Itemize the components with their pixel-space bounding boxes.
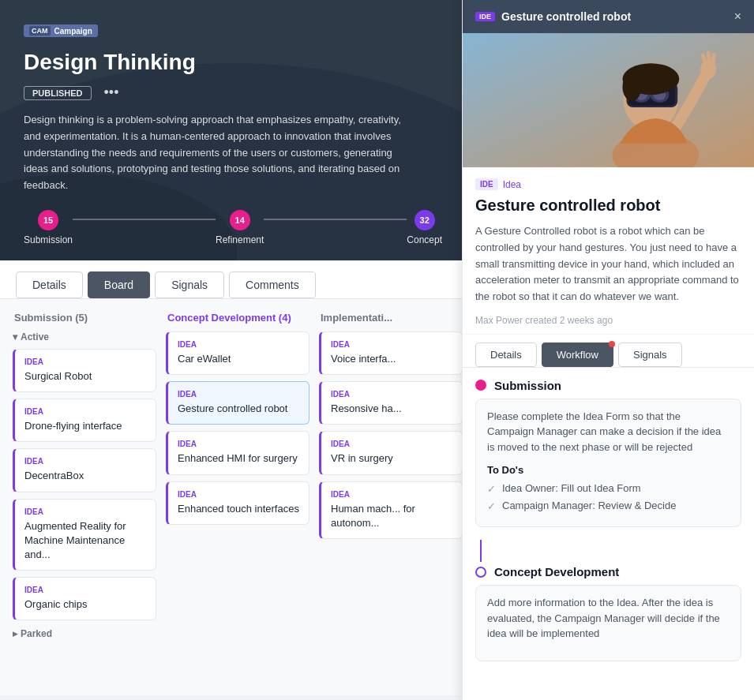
idea-card[interactable]: IDEA Drone-flying interface (13, 399, 156, 442)
campaign-badge: CAM Campaign (24, 24, 98, 37)
board-col-submission: Submission (5) ▾ Active IDEA Surgical Ro… (13, 312, 156, 639)
idea-title: Resonsive ha... (331, 402, 452, 416)
campaign-label: Campaign (54, 27, 92, 36)
left-panel: CAM Campaign Design Thinking PUBLISHED •… (0, 0, 466, 700)
idea-title: Gesture controlled robot (178, 402, 299, 416)
board-area: Submission (5) ▾ Active IDEA Surgical Ro… (0, 299, 466, 695)
todo-item-1: ✓ Idea Owner: Fill out Idea Form (487, 482, 730, 495)
idea-card[interactable]: IDEA Human mach... for autonom... (319, 481, 463, 539)
idea-info-section: IDE Idea Gesture controlled robot A Gest… (463, 167, 754, 335)
concept-stage-name: Concept Development (494, 565, 619, 578)
concept-dot (475, 567, 486, 578)
svg-line-11 (703, 55, 705, 63)
tab-board[interactable]: Board (88, 271, 150, 298)
submission-label: Submission (24, 234, 73, 245)
idea-card[interactable]: IDEA Organic chips (13, 577, 156, 620)
submission-stage-header: Submission (475, 379, 741, 392)
refinement-count: 14 (230, 210, 250, 230)
concept-count: 32 (415, 210, 435, 230)
col-header-concept: Concept Development (4) (166, 312, 309, 324)
idea-card[interactable]: IDEA VR in surgery (319, 431, 463, 474)
todo-text-1: Idea Owner: Fill out Idea Form (502, 482, 641, 494)
workflow-stage-submission: Submission Please complete the Idea Form… (475, 379, 741, 528)
idea-card[interactable]: IDEA Car eWallet (166, 331, 309, 375)
idea-card[interactable]: IDEA Voice interfa... (319, 331, 463, 375)
idea-label: IDEA (24, 407, 146, 416)
panel-tab-details[interactable]: Details (475, 343, 537, 367)
submission-workflow-box: Please complete the Idea Form so that th… (475, 399, 741, 528)
col-header-submission: Submission (5) (13, 312, 156, 324)
more-options-button[interactable]: ••• (104, 84, 119, 101)
right-panel: IDE Gesture controlled robot × (462, 0, 754, 700)
col-header-implementation: Implementati... (319, 312, 463, 324)
idea-card[interactable]: IDEA Enhanced HMI for surgery (166, 431, 309, 474)
tab-signals[interactable]: Signals (155, 271, 224, 298)
workflow-tab-label: Workflow (557, 349, 598, 361)
workflow-stage-concept: Concept Development Add more information… (475, 565, 741, 661)
idea-card[interactable]: IDEA Resonsive ha... (319, 381, 463, 425)
idea-info-badge-row: IDE Idea (475, 178, 741, 190)
submission-count: 15 (38, 210, 58, 230)
idea-card-selected[interactable]: IDEA Gesture controlled robot (166, 381, 309, 425)
panel-ide-badge: IDE (475, 12, 495, 21)
idea-title: Voice interfa... (331, 352, 452, 366)
panel-tab-signals[interactable]: Signals (618, 343, 682, 367)
idea-label: IDEA (24, 586, 146, 594)
idea-label: IDEA (24, 357, 146, 366)
workflow-content: Submission Please complete the Idea Form… (463, 368, 754, 685)
idea-title: DecentraBox (24, 469, 146, 483)
idea-label: IDEA (331, 340, 452, 349)
idea-type-label: Idea (503, 179, 521, 190)
parked-toggle[interactable]: ▸ Parked (13, 628, 156, 639)
vr-illustration (463, 33, 754, 167)
concept-stage-header: Concept Development (475, 565, 741, 578)
panel-image (463, 33, 754, 167)
active-toggle[interactable]: ▾ Active (13, 331, 156, 343)
chevron-down-icon: ▾ (13, 331, 17, 343)
panel-tabs: Details Workflow Signals (463, 335, 754, 368)
idea-card[interactable]: IDEA Surgical Robot (13, 349, 156, 392)
todo-text-2: Campaign Manager: Review & Decide (502, 500, 676, 511)
campaign-description: Design thinking is a problem-solving app… (24, 112, 411, 194)
panel-header-title: Gesture controlled robot (501, 10, 631, 23)
campaign-header: CAM Campaign Design Thinking PUBLISHED •… (0, 0, 466, 260)
idea-card[interactable]: IDEA DecentraBox (13, 448, 156, 492)
idea-title: Surgical Robot (24, 369, 146, 384)
idea-image (463, 33, 754, 167)
idea-title: Augmented Reality for Machine Maintenanc… (24, 519, 146, 563)
chevron-right-icon: ▸ (13, 628, 17, 639)
active-label: Active (21, 331, 49, 343)
idea-title: Enhanced HMI for surgery (178, 451, 299, 466)
checkbox-icon: ✓ (487, 500, 496, 512)
stage-line-2 (264, 219, 407, 220)
board-columns: Submission (5) ▾ Active IDEA Surgical Ro… (13, 312, 466, 639)
close-button[interactable]: × (734, 9, 741, 24)
idea-label: IDEA (24, 457, 146, 466)
idea-meta: Max Power created 2 weeks ago (475, 315, 741, 326)
idea-card[interactable]: IDEA Augmented Reality for Machine Maint… (13, 499, 156, 571)
stage-line-1 (73, 219, 216, 220)
concept-label: Concept (407, 234, 442, 245)
svg-line-13 (713, 54, 714, 63)
idea-label: IDEA (331, 440, 452, 448)
idea-card[interactable]: IDEA Enhanced touch interfaces (166, 481, 309, 525)
todos-label: To Do's (487, 464, 730, 476)
idea-title: Drone-flying interface (24, 419, 146, 433)
concept-desc: Add more information to the Idea. After … (487, 595, 730, 642)
submission-desc: Please complete the Idea Form so that th… (487, 409, 730, 455)
tab-details[interactable]: Details (16, 271, 83, 298)
submission-dot (475, 380, 486, 391)
workflow-notification-dot (609, 341, 615, 347)
idea-label: IDEA (178, 390, 299, 399)
idea-title: Car eWallet (178, 352, 299, 366)
panel-header-left: IDE Gesture controlled robot (475, 10, 631, 23)
panel-content: IDE Idea Gesture controlled robot A Gest… (463, 167, 754, 700)
concept-workflow-box: Add more information to the Idea. After … (475, 585, 741, 661)
refinement-label: Refinement (216, 234, 264, 245)
tab-comments[interactable]: Comments (229, 271, 316, 298)
idea-label: IDEA (331, 490, 452, 499)
ide-tag: IDE (475, 178, 498, 190)
todo-item-2: ✓ Campaign Manager: Review & Decide (487, 500, 730, 512)
checkbox-icon: ✓ (487, 483, 496, 495)
panel-tab-workflow[interactable]: Workflow (542, 343, 613, 367)
